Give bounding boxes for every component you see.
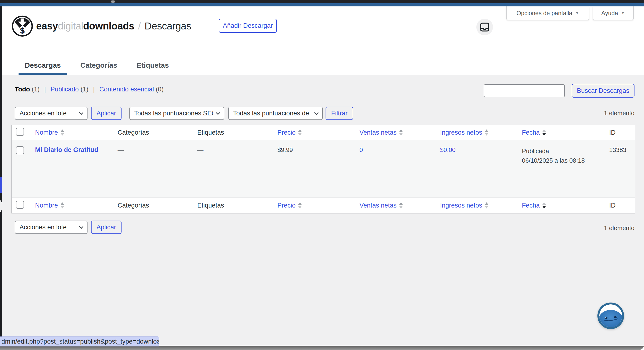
view-published-link[interactable]: Publicado — [51, 86, 79, 93]
tab-etiquetas[interactable]: Etiquetas — [130, 56, 175, 75]
brand-easy: easy — [36, 20, 58, 32]
seo-score-filter-select[interactable]: Todas las puntuaciones SEO — [129, 107, 224, 120]
select-all-checkbox[interactable] — [16, 201, 24, 209]
breadcrumb-separator: / — [134, 20, 144, 32]
row-id: 13383 — [606, 140, 635, 198]
tab-label: Categorías — [80, 61, 117, 69]
seo-score-filter-value: Todas las puntuaciones SEO — [134, 110, 212, 117]
view-separator: | — [42, 86, 49, 93]
apply-button-bottom[interactable]: Aplicar — [91, 221, 122, 234]
sort-icon — [399, 202, 403, 208]
chevron-down-icon — [79, 224, 83, 229]
readability-score-filter-select[interactable]: Todas las puntuaciones de legibilidad — [228, 107, 323, 120]
tab-bar: Descargas Categorías Etiquetas — [18, 56, 182, 75]
link-preview-statusbar: dmin/edit.php?post_status=publish&post_t… — [0, 337, 159, 347]
chevron-down-icon: ▼ — [575, 11, 579, 15]
tab-label: Descargas — [25, 61, 61, 69]
column-header-nombre[interactable]: Nombre — [32, 198, 114, 213]
collapsed-admin-menu-strip[interactable] — [0, 6, 2, 337]
chevron-down-icon — [79, 110, 83, 115]
view-separator: | — [90, 86, 98, 93]
bulk-actions-select-bottom[interactable]: Acciones en lote — [15, 221, 88, 234]
row-net-sales-link[interactable]: 0 — [360, 146, 363, 153]
column-header-fecha[interactable]: Fecha — [519, 198, 606, 213]
sort-icon — [60, 129, 64, 136]
svg-text:$: $ — [20, 26, 24, 35]
column-header-etiquetas: Etiquetas — [194, 198, 274, 213]
column-header-nombre[interactable]: Nombre — [32, 125, 114, 140]
bulk-actions-value: Acciones en lote — [20, 224, 76, 231]
sort-desc-icon — [542, 129, 546, 136]
edd-downloads-admin-page: $ easydigitaldownloads / Descargas Añadi… — [0, 0, 644, 350]
download-title-link[interactable]: Mi Diario de Gratitud — [35, 146, 98, 153]
table-row: Mi Diario de Gratitud — — $9.99 0 $0.00 … — [12, 140, 635, 198]
chevron-down-icon — [216, 110, 220, 115]
column-header-id: ID — [606, 125, 635, 140]
notifications-button[interactable] — [476, 19, 493, 35]
column-header-ventas-netas[interactable]: Ventas netas — [356, 125, 437, 140]
column-header-ingresos-netos[interactable]: Ingresos netos — [437, 125, 519, 140]
row-net-revenue-link[interactable]: $0.00 — [440, 146, 456, 153]
row-checkbox[interactable] — [16, 146, 24, 154]
view-essential-link[interactable]: Contenido esencial — [100, 86, 154, 93]
sort-icon — [399, 129, 403, 136]
tab-categorias[interactable]: Categorías — [74, 56, 124, 75]
column-header-precio[interactable]: Precio — [274, 125, 356, 140]
menu-icon-sliver — [0, 199, 2, 213]
readability-score-filter-value: Todas las puntuaciones de legibilidad — [233, 110, 311, 117]
view-essential-count: (0) — [156, 86, 164, 93]
sort-icon — [485, 202, 488, 208]
column-header-ingresos-netos[interactable]: Ingresos netos — [437, 198, 519, 213]
filter-button[interactable]: Filtrar — [326, 107, 353, 120]
chevron-down-icon: ▼ — [621, 11, 625, 15]
view-all-link[interactable]: Todo — [15, 86, 30, 93]
column-header-precio[interactable]: Precio — [274, 198, 356, 213]
tab-label: Etiquetas — [137, 61, 169, 69]
help-button[interactable]: Ayuda ▼ — [593, 6, 634, 20]
table-header: Nombre Categorías Etiquetas Precio Venta… — [12, 125, 635, 140]
row-tags: — — [194, 140, 274, 198]
row-date: Publicada 06/10/2025 a las 08:18 — [519, 140, 606, 198]
screen-options-button[interactable]: Opciones de pantalla ▼ — [506, 6, 589, 20]
sort-icon — [298, 129, 302, 136]
view-published-count: (1) — [80, 86, 88, 93]
column-header-fecha[interactable]: Fecha — [519, 125, 606, 140]
apply-button[interactable]: Aplicar — [91, 107, 122, 120]
table-footer: Nombre Categorías Etiquetas Precio Venta… — [12, 198, 635, 213]
column-header-categorias: Categorías — [114, 125, 194, 140]
column-header-id: ID — [606, 198, 635, 213]
screen-options-label: Opciones de pantalla — [516, 10, 572, 17]
sort-icon — [298, 202, 302, 208]
tab-descargas[interactable]: Descargas — [18, 56, 67, 75]
browser-blue-bar — [0, 3, 644, 6]
status-filter-links: Todo (1) | Publicado (1) | Contenido ese… — [15, 86, 164, 93]
row-price: $9.99 — [274, 140, 356, 198]
page-title: Descargas — [144, 20, 191, 32]
row-date-value: 06/10/2025 a las 08:18 — [522, 156, 604, 165]
items-count: 1 elemento — [604, 109, 634, 117]
sort-desc-icon — [542, 202, 546, 208]
breadcrumb: easydigitaldownloads / Descargas — [36, 19, 191, 33]
column-header-etiquetas: Etiquetas — [194, 125, 274, 140]
row-categories: — — [114, 140, 194, 198]
column-header-categorias: Categorías — [114, 198, 194, 213]
search-downloads-button[interactable]: Buscar Descargas — [572, 84, 634, 98]
column-header-ventas-netas[interactable]: Ventas netas — [356, 198, 437, 213]
row-date-status: Publicada — [522, 146, 604, 156]
page-header: $ easydigitaldownloads / Descargas Añadi… — [0, 6, 644, 75]
bulk-actions-value: Acciones en lote — [20, 110, 76, 117]
add-download-button[interactable]: Añadir Descargar — [219, 19, 277, 33]
view-all-count: (1) — [32, 86, 40, 93]
items-count-bottom: 1 elemento — [604, 224, 634, 232]
edd-mascot-chat-bubble[interactable] — [597, 302, 624, 329]
inbox-icon — [480, 22, 490, 32]
brand-digital: digital — [58, 20, 83, 32]
sort-icon — [60, 202, 64, 208]
sort-icon — [485, 129, 488, 136]
chevron-down-icon — [314, 110, 318, 115]
select-all-checkbox[interactable] — [16, 128, 24, 136]
bulk-actions-select[interactable]: Acciones en lote — [15, 107, 88, 120]
edd-logo-icon: $ — [12, 15, 33, 37]
search-input[interactable] — [484, 84, 565, 97]
link-preview-text: dmin/edit.php?post_status=publish&post_t… — [2, 338, 159, 345]
